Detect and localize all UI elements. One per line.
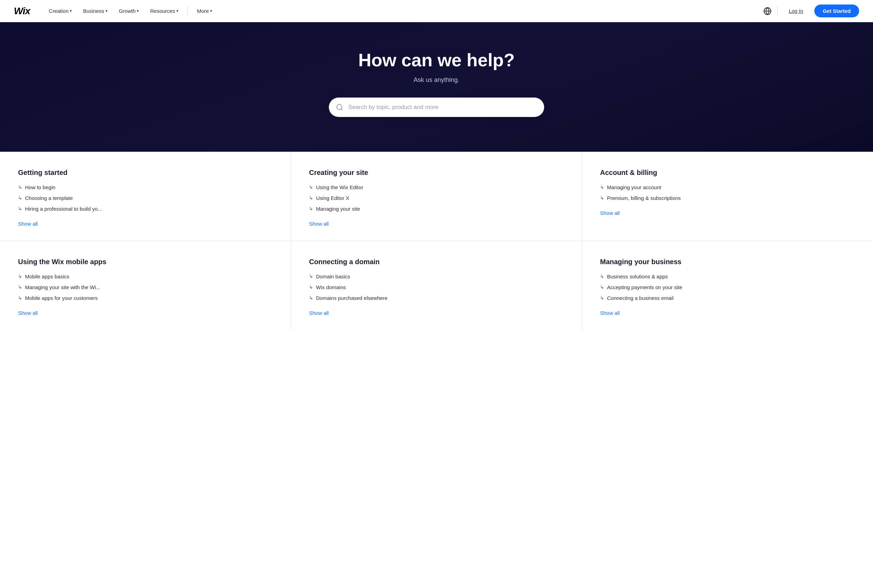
- show-all-getting-started[interactable]: Show all: [18, 221, 38, 226]
- nav-link-business[interactable]: Business ▾: [78, 5, 113, 16]
- arrow-icon: ↳: [309, 206, 313, 212]
- arrow-icon: ↳: [18, 206, 22, 212]
- arrow-icon: ↳: [309, 195, 313, 202]
- show-all-domain[interactable]: Show all: [309, 310, 329, 316]
- category-card-account-billing: Account & billing ↳ Managing your accoun…: [582, 152, 873, 241]
- category-title-account-billing: Account & billing: [600, 169, 855, 177]
- list-item[interactable]: ↳ Choosing a template: [18, 194, 273, 202]
- nav-link-creation[interactable]: Creation ▾: [44, 5, 77, 16]
- category-card-business: Managing your business ↳ Business soluti…: [582, 241, 873, 330]
- list-item[interactable]: ↳ Managing your site with the Wi...: [18, 284, 273, 291]
- list-item[interactable]: ↳ Accepting payments on your site: [600, 284, 855, 291]
- search-input[interactable]: [329, 98, 544, 117]
- list-item[interactable]: ↳ Hiring a professional to build yo...: [18, 205, 273, 212]
- arrow-icon: ↳: [309, 284, 313, 291]
- arrow-icon: ↳: [18, 184, 22, 191]
- category-title-domain: Connecting a domain: [309, 258, 563, 266]
- category-title-mobile-apps: Using the Wix mobile apps: [18, 258, 273, 266]
- chevron-down-icon: ▾: [70, 9, 72, 13]
- nav-link-more[interactable]: More ▾: [192, 5, 217, 16]
- list-item[interactable]: ↳ Using Editor X: [309, 194, 563, 202]
- category-card-getting-started: Getting started ↳ How to begin ↳ Choosin…: [0, 152, 291, 241]
- list-item[interactable]: ↳ Wix domains: [309, 284, 563, 291]
- category-links-account-billing: ↳ Managing your account ↳ Premium, billi…: [600, 184, 855, 202]
- list-item[interactable]: ↳ Domains purchased elsewhere: [309, 294, 563, 302]
- arrow-icon: ↳: [18, 284, 22, 291]
- show-all-account-billing[interactable]: Show all: [600, 210, 620, 216]
- category-card-domain: Connecting a domain ↳ Domain basics ↳ Wi…: [291, 241, 582, 330]
- category-links-getting-started: ↳ How to begin ↳ Choosing a template ↳ H…: [18, 184, 273, 212]
- category-card-creating-site: Creating your site ↳ Using the Wix Edito…: [291, 152, 582, 241]
- list-item[interactable]: ↳ Managing your site: [309, 205, 563, 212]
- nav-link-resources[interactable]: Resources ▾: [145, 5, 183, 16]
- list-item[interactable]: ↳ Mobile apps basics: [18, 273, 273, 280]
- arrow-icon: ↳: [600, 295, 604, 302]
- arrow-icon: ↳: [18, 273, 22, 280]
- list-item[interactable]: ↳ Domain basics: [309, 273, 563, 280]
- hero-title: How can we help?: [14, 50, 859, 71]
- search-icon: [336, 104, 343, 111]
- arrow-icon: ↳: [309, 184, 313, 191]
- get-started-button[interactable]: Get Started: [814, 4, 859, 17]
- nav-link-growth[interactable]: Growth ▾: [114, 5, 144, 16]
- arrow-icon: ↳: [18, 195, 22, 202]
- categories-section: Getting started ↳ How to begin ↳ Choosin…: [0, 152, 873, 330]
- list-item[interactable]: ↳ Using the Wix Editor: [309, 184, 563, 191]
- arrow-icon: ↳: [600, 273, 604, 280]
- category-title-creating-site: Creating your site: [309, 169, 563, 177]
- chevron-down-icon: ▾: [210, 9, 212, 13]
- category-title-business: Managing your business: [600, 258, 855, 266]
- hero-subtitle: Ask us anything.: [14, 76, 859, 84]
- nav-divider: [188, 6, 188, 16]
- show-all-business[interactable]: Show all: [600, 310, 620, 316]
- show-all-mobile-apps[interactable]: Show all: [18, 310, 38, 316]
- nav-right: Log In Get Started: [763, 4, 859, 17]
- search-container: [329, 98, 544, 117]
- category-title-getting-started: Getting started: [18, 169, 273, 177]
- chevron-down-icon: ▾: [176, 9, 179, 13]
- login-button[interactable]: Log In: [783, 5, 809, 16]
- category-links-mobile-apps: ↳ Mobile apps basics ↳ Managing your sit…: [18, 273, 273, 302]
- arrow-icon: ↳: [309, 273, 313, 280]
- logo[interactable]: Wix: [14, 6, 30, 16]
- arrow-icon: ↳: [600, 284, 604, 291]
- hero-section: How can we help? Ask us anything.: [0, 22, 873, 152]
- list-item[interactable]: ↳ How to begin: [18, 184, 273, 191]
- list-item[interactable]: ↳ Business solutions & apps: [600, 273, 855, 280]
- arrow-icon: ↳: [600, 184, 604, 191]
- list-item[interactable]: ↳ Connecting a business email: [600, 294, 855, 302]
- chevron-down-icon: ▾: [137, 9, 139, 13]
- arrow-icon: ↳: [309, 295, 313, 302]
- category-links-domain: ↳ Domain basics ↳ Wix domains ↳ Domains …: [309, 273, 563, 302]
- arrow-icon: ↳: [600, 195, 604, 202]
- list-item[interactable]: ↳ Mobile apps for your customers: [18, 294, 273, 302]
- category-links-creating-site: ↳ Using the Wix Editor ↳ Using Editor X …: [309, 184, 563, 212]
- list-item[interactable]: ↳ Premium, billing & subscriptions: [600, 194, 855, 202]
- svg-line-2: [341, 109, 343, 110]
- category-links-business: ↳ Business solutions & apps ↳ Accepting …: [600, 273, 855, 302]
- chevron-down-icon: ▾: [105, 9, 108, 13]
- navigation: Wix Creation ▾ Business ▾ Growth ▾ Resou…: [0, 0, 873, 22]
- category-card-mobile-apps: Using the Wix mobile apps ↳ Mobile apps …: [0, 241, 291, 330]
- globe-icon[interactable]: [763, 7, 772, 15]
- list-item[interactable]: ↳ Managing your account: [600, 184, 855, 191]
- nav-links: Creation ▾ Business ▾ Growth ▾ Resources…: [44, 5, 763, 16]
- show-all-creating-site[interactable]: Show all: [309, 221, 329, 226]
- arrow-icon: ↳: [18, 295, 22, 302]
